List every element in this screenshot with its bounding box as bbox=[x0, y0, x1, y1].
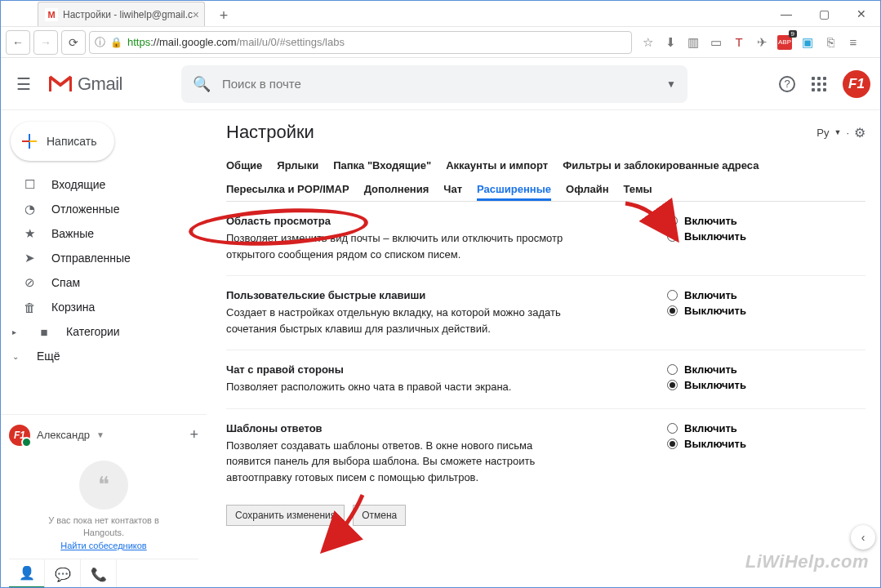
hangouts-user-row[interactable]: F1 Александр ▼ + bbox=[9, 420, 198, 451]
browser-address-bar: ← → ⟳ ⓘ 🔒 https://mail.google.com/mail/u… bbox=[1, 27, 880, 58]
sidebar: Написать ☐Входящие◔Отложенные★Важные➤Отп… bbox=[1, 110, 207, 588]
search-bar[interactable]: 🔍 ▼ bbox=[181, 65, 687, 103]
reader-icon[interactable]: ▭ bbox=[709, 35, 723, 50]
ext-sync-icon[interactable]: ⎘ bbox=[823, 35, 838, 50]
label-icon: ■ bbox=[37, 325, 51, 339]
settings-tab[interactable]: Аккаунты и импорт bbox=[446, 159, 548, 172]
site-info-icon[interactable]: ⓘ bbox=[95, 35, 105, 50]
tab-favicon: M bbox=[45, 8, 58, 21]
sidebar-item-5[interactable]: 🗑Корзина bbox=[7, 295, 200, 319]
sidebar-item-1[interactable]: ◔Отложенные bbox=[7, 197, 200, 221]
compose-button[interactable]: Написать bbox=[11, 122, 114, 161]
scroll-hint-button[interactable]: ‹ bbox=[851, 525, 875, 550]
sidebar-item-6[interactable]: ▸■Категории bbox=[7, 319, 200, 344]
gmail-logo[interactable]: Gmail bbox=[48, 74, 122, 95]
ext-abp-icon[interactable]: ABP bbox=[777, 35, 792, 50]
sidebar-item-icon: ☐ bbox=[22, 177, 37, 192]
sidebar-item-0[interactable]: ☐Входящие bbox=[7, 172, 200, 197]
svg-rect-0 bbox=[49, 77, 51, 91]
settings-tab[interactable]: Папка "Входящие" bbox=[333, 159, 431, 172]
hangouts-tab-calls[interactable]: 📞 bbox=[81, 559, 117, 588]
cancel-button[interactable]: Отмена bbox=[353, 505, 406, 526]
radio-disable[interactable]: Выключить bbox=[667, 379, 746, 391]
hangouts-tab-chats[interactable]: 💬 bbox=[45, 559, 81, 588]
nav-back-button[interactable]: ← bbox=[6, 30, 30, 55]
section-title: Чат с правой стороны bbox=[226, 363, 577, 376]
browser-titlebar: M Настройки - liwihelp@gmail.c × + — ▢ ✕ bbox=[1, 1, 880, 27]
window-maximize-button[interactable]: ▢ bbox=[805, 2, 843, 26]
sidebar-item-label: Категории bbox=[66, 325, 120, 338]
settings-tab[interactable]: Дополнения bbox=[364, 183, 429, 201]
sidebar-item-icon: 🗑 bbox=[22, 301, 37, 314]
language-selector[interactable]: Ру▼ · ⚙ bbox=[816, 125, 865, 140]
hangouts-new-chat-icon[interactable]: + bbox=[189, 426, 198, 443]
sidebar-item-icon: ➤ bbox=[22, 251, 37, 265]
radio-enable[interactable]: Включить bbox=[667, 289, 746, 301]
radio-label: Включить bbox=[684, 289, 737, 301]
radio-enable[interactable]: Включить bbox=[667, 422, 746, 434]
search-icon[interactable]: 🔍 bbox=[193, 75, 211, 93]
hangouts-panel: F1 Александр ▼ + ❝ У вас пока нет контак… bbox=[1, 414, 207, 588]
sidebar-item-label: Важные bbox=[51, 227, 94, 240]
lock-icon: 🔒 bbox=[110, 37, 122, 48]
search-input[interactable] bbox=[222, 77, 666, 91]
library-icon[interactable]: ▥ bbox=[686, 35, 701, 50]
sidebar-item-2[interactable]: ★Важные bbox=[7, 221, 200, 246]
save-button[interactable]: Сохранить изменения bbox=[226, 505, 345, 526]
settings-tab[interactable]: Общие bbox=[226, 159, 262, 172]
radio-icon bbox=[667, 439, 678, 449]
sidebar-item-7[interactable]: ⌄Ещё bbox=[7, 344, 200, 368]
radio-icon bbox=[667, 290, 678, 301]
settings-section-0: Область просмотраПозволяет изменить вид … bbox=[226, 202, 865, 276]
window-minimize-button[interactable]: — bbox=[768, 2, 805, 26]
radio-label: Выключить bbox=[684, 379, 746, 391]
browser-tab[interactable]: M Настройки - liwihelp@gmail.c × bbox=[38, 2, 205, 26]
tab-close-icon[interactable]: × bbox=[193, 8, 199, 21]
sidebar-item-4[interactable]: ⊘Спам bbox=[7, 270, 200, 295]
account-avatar[interactable]: F1 bbox=[843, 70, 870, 98]
bookmark-icon[interactable]: ☆ bbox=[640, 35, 655, 50]
settings-tab[interactable]: Офлайн bbox=[566, 183, 609, 201]
window-close-button[interactable]: ✕ bbox=[843, 2, 880, 26]
hangouts-tabs: 👤 💬 📞 bbox=[9, 559, 198, 588]
main-menu-icon[interactable]: ☰ bbox=[14, 74, 33, 94]
hangouts-avatar: F1 bbox=[9, 425, 30, 446]
svg-rect-1 bbox=[69, 77, 72, 91]
settings-tab[interactable]: Темы bbox=[624, 183, 652, 201]
sidebar-item-label: Входящие bbox=[51, 178, 105, 191]
search-options-icon[interactable]: ▼ bbox=[666, 78, 676, 90]
ext-t-icon[interactable]: T bbox=[732, 35, 746, 50]
nav-forward-button[interactable]: → bbox=[33, 30, 58, 55]
ext-camera-icon[interactable]: ▣ bbox=[800, 35, 815, 50]
section-title: Область просмотра bbox=[226, 215, 577, 227]
hangouts-tab-contacts[interactable]: 👤 bbox=[9, 559, 45, 588]
chevron-icon: ⌄ bbox=[12, 352, 22, 361]
settings-tab[interactable]: Фильтры и заблокированные адреса bbox=[563, 159, 759, 172]
url-field[interactable]: ⓘ 🔒 https://mail.google.com/mail/u/0/#se… bbox=[89, 31, 632, 54]
new-tab-button[interactable]: + bbox=[213, 5, 234, 26]
radio-enable[interactable]: Включить bbox=[667, 215, 746, 227]
radio-disable[interactable]: Выключить bbox=[667, 305, 746, 317]
settings-tab[interactable]: Ярлыки bbox=[277, 159, 318, 172]
settings-tab[interactable]: Расширенные bbox=[477, 183, 551, 201]
radio-enable[interactable]: Включить bbox=[667, 363, 746, 376]
hangouts-username: Александр bbox=[37, 429, 90, 441]
sidebar-item-3[interactable]: ➤Отправленные bbox=[7, 246, 200, 270]
chevron-down-icon[interactable]: ▼ bbox=[96, 430, 105, 439]
settings-tab[interactable]: Чат bbox=[443, 183, 462, 201]
hangouts-empty-icon: ❝ bbox=[79, 461, 128, 510]
radio-icon bbox=[667, 216, 678, 226]
gear-icon[interactable]: ⚙ bbox=[854, 125, 865, 140]
download-icon[interactable]: ⬇ bbox=[663, 35, 678, 50]
nav-reload-button[interactable]: ⟳ bbox=[61, 30, 86, 55]
gmail-header: ☰ Gmail 🔍 ▼ ? F1 bbox=[1, 58, 880, 110]
help-icon[interactable]: ? bbox=[779, 76, 795, 92]
hangouts-empty-text: У вас пока нет контактов в Hangouts. Най… bbox=[9, 514, 198, 552]
radio-disable[interactable]: Выключить bbox=[667, 438, 746, 450]
apps-grid-icon[interactable] bbox=[810, 75, 828, 93]
browser-menu-icon[interactable]: ≡ bbox=[846, 35, 861, 50]
hangouts-find-link[interactable]: Найти собеседников bbox=[60, 541, 146, 550]
radio-disable[interactable]: Выключить bbox=[667, 230, 746, 243]
ext-plane-icon[interactable]: ✈ bbox=[754, 35, 769, 50]
settings-tab[interactable]: Пересылка и POP/IMAP bbox=[226, 183, 349, 201]
